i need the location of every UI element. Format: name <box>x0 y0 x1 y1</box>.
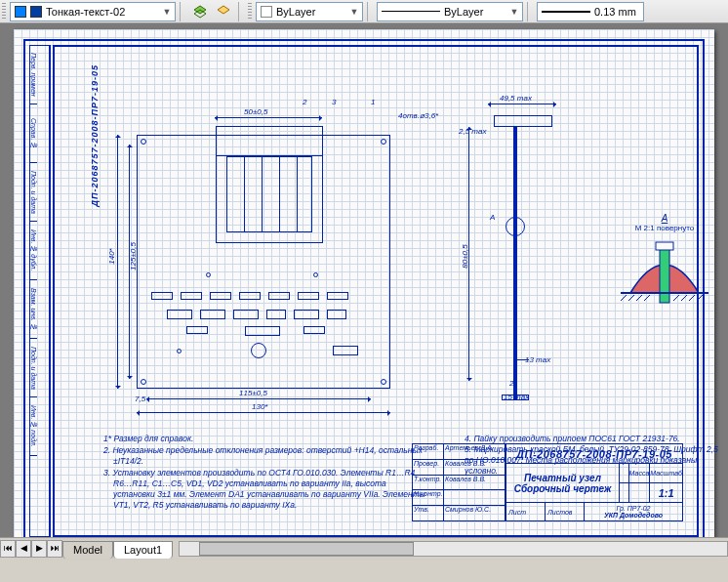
layer-previous-button[interactable] <box>213 2 234 21</box>
layer-color-swatch <box>15 6 26 18</box>
linetype-label: ByLayer <box>444 6 505 18</box>
layer-manager-button[interactable] <box>189 2 211 21</box>
linetype-sample <box>382 11 440 12</box>
drawing-number-vertical: ДП-2068757-2008-ПР7-19-05 <box>90 64 100 207</box>
component <box>200 310 225 319</box>
tb-name: Артемьев Д.А. <box>444 444 506 459</box>
dim-text: 80±0,5 <box>461 244 469 268</box>
tab-label: Layout1 <box>124 544 162 556</box>
tb-name: Ковалев В.В. <box>444 476 506 490</box>
linetype-dropdown[interactable]: ByLayer ▼ <box>377 2 523 21</box>
drawing-workspace: Перв. примен Справ. № Подп. и дата Инв. … <box>0 23 728 559</box>
chevron-down-icon: ▼ <box>161 4 173 20</box>
frame-left-column: Перв. примен Справ. № Подп. и дата Инв. … <box>29 45 51 537</box>
component-round <box>251 343 266 358</box>
callout: 3 <box>332 98 336 106</box>
via-icon <box>177 349 182 353</box>
scrollbar-thumb[interactable] <box>199 542 414 556</box>
callout: 1 <box>371 98 375 106</box>
note-item: 2. Неуказанные предельные отклонения раз… <box>103 445 425 467</box>
side-base <box>502 395 529 400</box>
tab-prev-button[interactable]: ◀ <box>16 540 31 558</box>
frame-slot: Перв. примен <box>30 46 37 104</box>
chevron-down-icon: ▼ <box>348 4 360 20</box>
frame-slot: Взам. инв. № <box>30 280 37 339</box>
color-label: ByLayer <box>276 6 344 18</box>
mounting-hole-icon <box>381 139 386 145</box>
component <box>167 310 192 319</box>
side-top-rect <box>494 115 552 127</box>
detail-subtitle: М 2:1 повернуто <box>611 224 718 232</box>
tb-sheet: Лист <box>506 503 546 520</box>
tab-model[interactable]: Model <box>62 541 113 559</box>
tb-name <box>444 490 506 505</box>
detail-callout-circle <box>506 217 525 236</box>
dim-text: 130* <box>252 402 267 411</box>
component <box>327 310 346 319</box>
lineweight-dropdown[interactable]: 0.13 mm <box>537 2 644 21</box>
dim-text: 2* <box>509 379 517 388</box>
horizontal-scrollbar[interactable] <box>179 541 728 557</box>
layer-name: Тонкая-текст-02 <box>46 6 157 18</box>
tab-first-button[interactable]: ⏮ <box>0 540 16 558</box>
toolbar-grip[interactable] <box>2 3 6 21</box>
tab-label: Model <box>73 544 102 556</box>
component <box>239 292 261 300</box>
component <box>186 326 208 334</box>
svg-line-11 <box>681 295 687 301</box>
component <box>245 326 280 336</box>
layer-dropdown[interactable]: Тонкая-текст-02 ▼ <box>10 2 176 21</box>
component <box>151 292 173 300</box>
mounting-hole-icon <box>141 139 146 145</box>
dim-text: 7,5 <box>135 395 145 403</box>
component <box>268 292 290 300</box>
frame-inner: ДП-2068757-2008-ПР7-19-05 3 2 1 4отв.⌀3,… <box>53 45 699 537</box>
dim-line <box>117 135 118 389</box>
callout: 2 <box>303 98 306 106</box>
pcb-outline <box>137 135 390 389</box>
component <box>298 292 319 300</box>
via-icon <box>206 272 211 277</box>
layer-color-swatch-2 <box>30 6 42 18</box>
svg-line-9 <box>644 295 650 301</box>
mounting-hole-icon <box>381 379 386 385</box>
frame-outer: Перв. примен Справ. № Подп. и дата Инв. … <box>23 39 705 543</box>
title-block-signatures: Разраб.Артемьев Д.А. Провер.Ковалев В.В.… <box>413 444 506 520</box>
tb-role: Разраб. <box>413 444 444 459</box>
title-block-main: ДП-2068757-2008-ПР7-19-05 Печатный узел … <box>506 444 682 520</box>
drawing-paper[interactable]: Перв. примен Справ. № Подп. и дата Инв. … <box>14 29 714 553</box>
main-view: 3 2 1 4отв.⌀3,6* 50±0,5 <box>137 105 429 408</box>
component-housing <box>216 126 323 243</box>
component <box>333 346 358 355</box>
svg-line-13 <box>697 295 703 301</box>
title-block: Разраб.Артемьев Д.А. Провер.Ковалев В.В.… <box>412 443 683 521</box>
svg-line-10 <box>673 295 679 301</box>
layout-tabbar: ⏮ ◀ ▶ ⏭ Model Layout1 <box>0 537 728 559</box>
frame-slot: Подп. и дата <box>30 339 37 397</box>
title-block-scale: Масса Масштаб1:1 <box>620 464 682 502</box>
toolbar-grip[interactable] <box>248 3 252 21</box>
dim-text: 140* <box>107 248 116 264</box>
dim-line <box>488 104 556 104</box>
dim-holes: 4отв.⌀3,6* <box>398 111 438 120</box>
svg-rect-4 <box>656 242 673 250</box>
tab-last-button[interactable]: ⏭ <box>47 540 62 558</box>
detail-view: A М 2:1 повернуто <box>611 213 718 340</box>
frame-slot: Справ. № <box>30 104 37 163</box>
layers-icon <box>192 4 208 20</box>
tb-role: Утв. <box>413 506 444 520</box>
svg-line-6 <box>621 295 627 301</box>
tb-org: Гр. ПР7-02 УКП Домодедово <box>585 503 682 520</box>
svg-line-12 <box>689 295 695 301</box>
via-icon <box>313 272 318 277</box>
tab-layout1[interactable]: Layout1 <box>113 541 173 559</box>
tb-role: Н.контр. <box>413 490 444 505</box>
dim-text: 125±0,5 <box>129 242 138 270</box>
color-dropdown[interactable]: ByLayer ▼ <box>256 2 363 21</box>
side-pin <box>517 359 529 360</box>
dim-text: 115±0,5 <box>239 389 267 397</box>
component <box>266 310 286 319</box>
component <box>233 310 259 319</box>
tab-next-button[interactable]: ▶ <box>31 540 47 558</box>
drawing-number: ДП-2068757-2008-ПР7-19-05 <box>506 444 682 464</box>
